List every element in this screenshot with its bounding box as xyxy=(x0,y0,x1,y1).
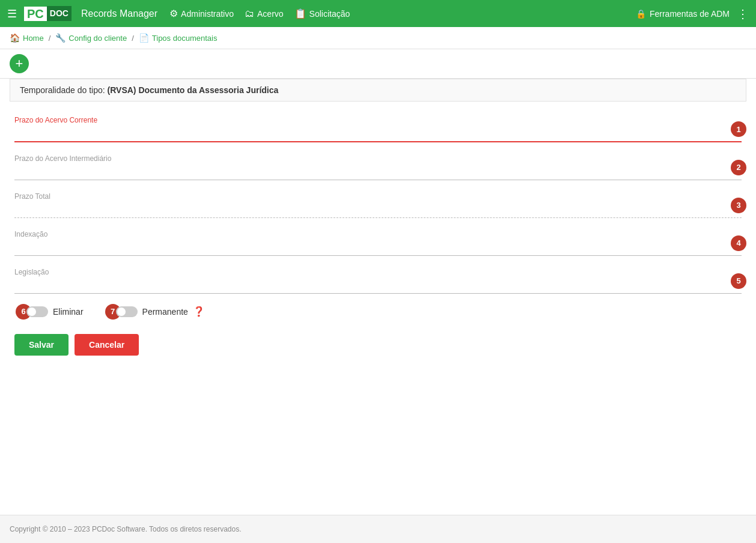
acervo-icon: 🗂 xyxy=(245,8,254,19)
field-prazo-corrente: Prazo do Acervo Corrente 1 xyxy=(14,116,742,142)
input-prazo-corrente[interactable] xyxy=(14,127,742,142)
toggle-eliminar-label: Eliminar xyxy=(53,307,84,317)
breadcrumb-tipos-label: Tipos documentais xyxy=(152,34,218,43)
more-icon[interactable]: ⋮ xyxy=(737,7,749,21)
nav-administrativo[interactable]: ⚙ Administrativo xyxy=(169,8,234,19)
footer-text: Copyright © 2010 – 2023 PCDoc Software. … xyxy=(10,525,242,533)
tools-button[interactable]: 🔒 Ferramentas de ADM xyxy=(636,9,730,19)
input-prazo-total[interactable] xyxy=(14,203,742,218)
toggle-eliminar[interactable] xyxy=(26,306,48,317)
config-icon: 🔧 xyxy=(55,33,66,43)
footer: Copyright © 2010 – 2023 PCDoc Software. … xyxy=(0,515,756,543)
label-prazo-total: Prazo Total xyxy=(14,192,742,201)
breadcrumb-config[interactable]: 🔧 Config do cliente xyxy=(55,33,127,43)
input-indexacao[interactable] xyxy=(14,241,742,256)
field-number-5: 5 xyxy=(731,273,746,289)
tipos-icon: 📄 xyxy=(139,33,149,43)
label-prazo-corrente: Prazo do Acervo Corrente xyxy=(14,116,742,124)
header: ☰ PC DOC Records Manager ⚙ Administrativ… xyxy=(0,0,756,27)
field-prazo-intermediario: Prazo do Acervo Intermediário 2 xyxy=(14,154,742,180)
btn-row: Salvar Cancelar xyxy=(14,334,742,356)
nav-acervo-label: Acervo xyxy=(257,9,284,19)
temporality-doc-name: (RVSA) Documento da Assessoria Jurídica xyxy=(108,85,279,95)
toggle-group-permanente: 7 Permanente ❓ xyxy=(116,306,205,317)
toggle-permanente[interactable] xyxy=(116,306,138,317)
toggles-row: 6 Eliminar 7 Permanente ❓ xyxy=(14,306,742,317)
solicitacao-icon: 📋 xyxy=(294,8,306,19)
toolbar: + xyxy=(0,49,756,79)
lock-icon: 🔒 xyxy=(636,9,646,19)
breadcrumb-sep-1: / xyxy=(49,34,51,43)
field-prazo-total: Prazo Total 3 xyxy=(14,192,742,218)
label-prazo-intermediario: Prazo do Acervo Intermediário xyxy=(14,154,742,163)
header-right: 🔒 Ferramentas de ADM ⋮ xyxy=(636,7,749,21)
toggle-group-eliminar: 6 Eliminar xyxy=(26,306,84,317)
breadcrumb-home-label: Home xyxy=(23,34,44,43)
breadcrumb: 🏠 Home / 🔧 Config do cliente / 📄 Tipos d… xyxy=(0,27,756,49)
main-nav: ⚙ Administrativo 🗂 Acervo 📋 Solicitação xyxy=(169,8,350,19)
nav-solicitacao[interactable]: 📋 Solicitação xyxy=(294,8,350,19)
field-number-4: 4 xyxy=(731,235,746,251)
nav-administrativo-label: Administrativo xyxy=(181,9,234,19)
field-number-1: 1 xyxy=(731,121,746,137)
field-indexacao: Indexação 4 xyxy=(14,230,742,256)
label-indexacao: Indexação xyxy=(14,230,742,238)
input-prazo-intermediario[interactable] xyxy=(14,165,742,180)
gear-icon: ⚙ xyxy=(169,8,178,19)
toggle-eliminar-slider xyxy=(26,306,48,317)
nav-acervo[interactable]: 🗂 Acervo xyxy=(245,8,284,19)
main-content: Temporalidade do tipo: (RVSA) Documento … xyxy=(0,79,756,515)
input-legislacao[interactable] xyxy=(14,279,742,294)
temporality-prefix: Temporalidade do tipo: xyxy=(20,85,105,95)
home-icon: 🏠 xyxy=(10,33,20,43)
help-icon[interactable]: ❓ xyxy=(193,306,205,317)
toggle-permanente-label: Permanente xyxy=(142,307,188,317)
tools-label: Ferramentas de ADM xyxy=(650,9,730,19)
field-number-3: 3 xyxy=(731,198,746,213)
logo: PC DOC xyxy=(24,6,72,21)
logo-pc: PC xyxy=(24,7,47,21)
breadcrumb-sep-2: / xyxy=(132,34,134,43)
save-button[interactable]: Salvar xyxy=(14,334,69,356)
breadcrumb-home[interactable]: 🏠 Home xyxy=(10,33,44,43)
form-section: Prazo do Acervo Corrente 1 Prazo do Acer… xyxy=(10,116,746,356)
toggle-permanente-slider xyxy=(116,306,138,317)
temporality-header: Temporalidade do tipo: (RVSA) Documento … xyxy=(10,79,746,102)
nav-solicitacao-label: Solicitação xyxy=(309,9,350,19)
breadcrumb-config-label: Config do cliente xyxy=(69,34,127,43)
cancel-button[interactable]: Cancelar xyxy=(75,334,139,356)
menu-icon[interactable]: ☰ xyxy=(7,7,17,20)
app-title: Records Manager xyxy=(81,8,157,19)
field-legislacao: Legislação 5 xyxy=(14,268,742,294)
field-number-2: 2 xyxy=(731,160,746,175)
logo-doc: DOC xyxy=(47,6,72,21)
add-button[interactable]: + xyxy=(10,54,29,73)
breadcrumb-tipos[interactable]: 📄 Tipos documentais xyxy=(139,33,218,43)
label-legislacao: Legislação xyxy=(14,268,742,276)
